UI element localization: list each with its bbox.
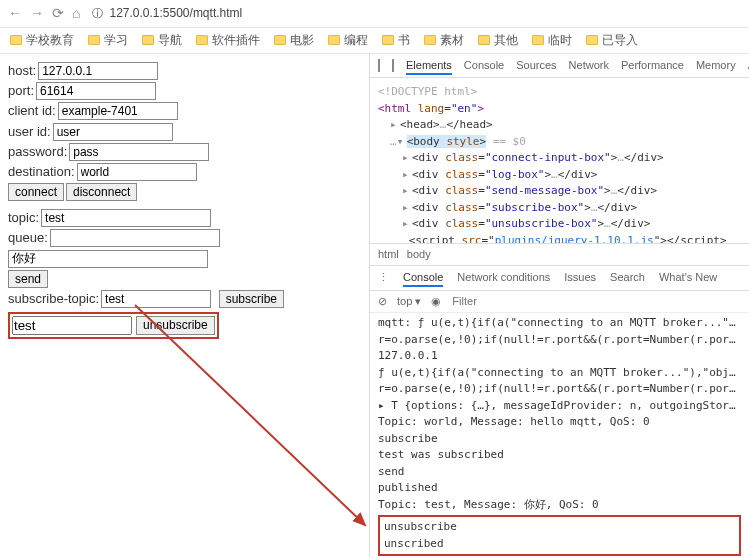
- context-selector[interactable]: top ▾: [397, 294, 421, 309]
- bookmark-item[interactable]: 编程: [328, 32, 368, 49]
- console-line: unscribed: [384, 536, 735, 553]
- console-line: Topic: test, Message: 你好, QoS: 0: [378, 497, 741, 514]
- console-line: subscribe: [378, 431, 741, 448]
- bookmark-item[interactable]: 临时: [532, 32, 572, 49]
- password-input[interactable]: [69, 143, 209, 161]
- userid-label: user id:: [8, 123, 51, 141]
- password-label: password:: [8, 143, 67, 161]
- omnibox[interactable]: ⓘ127.0.0.1:5500/mqtt.html: [92, 5, 242, 22]
- folder-icon: [532, 35, 544, 45]
- dom-selected-hint: == $0: [486, 135, 526, 148]
- dom-doctype: <!DOCTYPE html>: [378, 84, 741, 101]
- bookmark-item[interactable]: 学校教育: [10, 32, 74, 49]
- console-line: r=o.parse(e,!0);if(null!=r.port&&(r.port…: [378, 332, 741, 349]
- bookmark-item[interactable]: 已导入: [586, 32, 638, 49]
- unsubscribe-button[interactable]: unsubscribe: [136, 316, 215, 335]
- devtools-tabs: ElementsConsoleSourcesNetworkPerformance…: [370, 54, 749, 78]
- back-icon[interactable]: ←: [8, 4, 22, 24]
- folder-icon: [586, 35, 598, 45]
- drawer-menu-icon[interactable]: ⋮: [378, 270, 389, 285]
- console-tab[interactable]: Issues: [564, 271, 596, 283]
- subscribe-topic-label: subscribe-topic:: [8, 290, 99, 308]
- eye-icon[interactable]: ◉: [431, 294, 441, 309]
- dom-tree[interactable]: <!DOCTYPE html> <html lang="en"> ▸<head>…: [370, 78, 749, 242]
- folder-icon: [88, 35, 100, 45]
- console-line: published: [378, 480, 741, 497]
- console-line: mqtt: ƒ u(e,t){if(a("connecting to an MQ…: [378, 315, 741, 332]
- host-label: host:: [8, 62, 36, 80]
- disconnect-button[interactable]: disconnect: [66, 183, 137, 201]
- port-label: port:: [8, 82, 34, 100]
- url-text: 127.0.0.1:5500/mqtt.html: [109, 5, 242, 22]
- folder-icon: [328, 35, 340, 45]
- page-content: host: port: client id: user id: password…: [0, 54, 370, 558]
- console-output[interactable]: mqtt: ƒ u(e,t){if(a("connecting to an MQ…: [370, 313, 749, 558]
- connect-button[interactable]: connect: [8, 183, 64, 201]
- console-line: ▸ T {options: {…}, messageIdProvider: n,…: [378, 398, 741, 415]
- breadcrumb[interactable]: htmlbody: [370, 243, 749, 266]
- bookmark-item[interactable]: 书: [382, 32, 410, 49]
- console-line: ƒ u(e,t){if(a("connecting to an MQTT bro…: [378, 365, 741, 382]
- console-tab[interactable]: Search: [610, 271, 645, 283]
- topic-label: topic:: [8, 209, 39, 227]
- console-tabs: ⋮ ConsoleNetwork conditionsIssuesSearchW…: [370, 266, 749, 290]
- port-input[interactable]: [36, 82, 156, 100]
- devtools-tab[interactable]: Performance: [621, 59, 684, 71]
- console-highlight-box: unsubscribe unscribed: [378, 515, 741, 556]
- clientid-input[interactable]: [58, 102, 178, 120]
- home-icon[interactable]: ⌂: [72, 4, 80, 24]
- host-input[interactable]: [38, 62, 158, 80]
- subscribe-button[interactable]: subscribe: [219, 290, 284, 308]
- unsubscribe-box-highlight: unsubscribe: [8, 312, 219, 339]
- message-input[interactable]: [8, 250, 208, 268]
- devtools-panel: ElementsConsoleSourcesNetworkPerformance…: [370, 54, 749, 558]
- console-toolbar: ⊘ top ▾ ◉: [370, 291, 749, 313]
- bookmark-item[interactable]: 其他: [478, 32, 518, 49]
- console-tab[interactable]: Network conditions: [457, 271, 550, 283]
- console-filter-input[interactable]: [451, 294, 741, 308]
- unsubscribe-input[interactable]: [12, 316, 132, 335]
- bookmark-item[interactable]: 软件插件: [196, 32, 260, 49]
- send-button[interactable]: send: [8, 270, 48, 288]
- console-line: 127.0.0.1: [378, 348, 741, 365]
- console-line: Topic: world, Message: hello mqtt, QoS: …: [378, 414, 741, 431]
- console-line: test was subscribed: [378, 447, 741, 464]
- destination-input[interactable]: [77, 163, 197, 181]
- console-tab[interactable]: Console: [403, 271, 443, 287]
- info-icon: ⓘ: [92, 6, 103, 21]
- forward-icon[interactable]: →: [30, 4, 44, 24]
- inspect-icon[interactable]: [378, 59, 380, 72]
- devtools-tab[interactable]: Console: [464, 59, 504, 71]
- folder-icon: [196, 35, 208, 45]
- folder-icon: [478, 35, 490, 45]
- clientid-label: client id:: [8, 102, 56, 120]
- bookmarks-bar: 学校教育学习导航软件插件电影编程书素材其他临时已导入: [0, 28, 749, 54]
- devtools-tab[interactable]: Sources: [516, 59, 556, 71]
- device-icon[interactable]: [392, 59, 394, 72]
- bookmark-item[interactable]: 学习: [88, 32, 128, 49]
- devtools-tab[interactable]: Network: [569, 59, 609, 71]
- subscribe-topic-input[interactable]: [101, 290, 211, 308]
- console-line: unsubscribe: [384, 519, 735, 536]
- devtools-tab[interactable]: Elements: [406, 59, 452, 75]
- bookmark-item[interactable]: 电影: [274, 32, 314, 49]
- queue-label: queue:: [8, 229, 48, 247]
- console-line: r=o.parse(e,!0);if(null!=r.port&&(r.port…: [378, 381, 741, 398]
- folder-icon: [10, 35, 22, 45]
- bookmark-item[interactable]: 导航: [142, 32, 182, 49]
- topic-input[interactable]: [41, 209, 211, 227]
- folder-icon: [382, 35, 394, 45]
- queue-input[interactable]: [50, 229, 220, 247]
- browser-toolbar: ← → ⟳ ⌂ ⓘ127.0.0.1:5500/mqtt.html: [0, 0, 749, 28]
- destination-label: destination:: [8, 163, 75, 181]
- folder-icon: [424, 35, 436, 45]
- bookmark-item[interactable]: 素材: [424, 32, 464, 49]
- userid-input[interactable]: [53, 123, 173, 141]
- reload-icon[interactable]: ⟳: [52, 4, 64, 24]
- devtools-tab[interactable]: Memory: [696, 59, 736, 71]
- console-line: send: [378, 464, 741, 481]
- folder-icon: [142, 35, 154, 45]
- console-tab[interactable]: What's New: [659, 271, 717, 283]
- clear-console-icon[interactable]: ⊘: [378, 294, 387, 309]
- folder-icon: [274, 35, 286, 45]
